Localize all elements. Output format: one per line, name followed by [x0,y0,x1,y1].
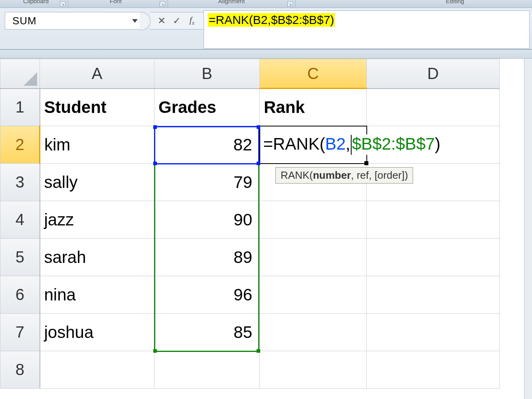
cell-c2-editing[interactable]: =RANK(B2,$B$2:$B$7) [260,126,367,164]
formula-bar-buttons: ✕ ✓ fx [150,12,204,30]
cell-a7[interactable]: joshua [40,314,154,351]
select-all-corner[interactable] [0,59,40,89]
cell-c4[interactable] [260,201,367,239]
cell-a8[interactable] [40,351,154,389]
cell-b1[interactable]: Grades [154,89,260,126]
cancel-formula-button[interactable]: ✕ [154,15,169,26]
cell-b5[interactable]: 89 [154,239,260,276]
cell-d1[interactable] [367,89,500,126]
chevron-down-icon[interactable] [132,19,138,23]
cell-a6[interactable]: nina [40,276,154,314]
row-header-7[interactable]: 7 [0,314,40,351]
cell-a5[interactable]: sarah [40,239,154,276]
row-header-8[interactable]: 8 [0,351,40,389]
vertical-scrollbar[interactable] [524,59,532,399]
cell-b7[interactable]: 85 [154,314,260,351]
cell-b8[interactable] [154,351,260,389]
cell-c5[interactable] [260,239,367,276]
row-header-1[interactable]: 1 [0,89,40,126]
name-box[interactable]: SUM [5,12,140,30]
cell-b3[interactable]: 79 [154,164,260,201]
formula-bar-text: =RANK(B2,$B$2:$B$7) [208,13,335,27]
dialog-launcher-icon[interactable]: ↘ [287,1,293,7]
cell-b6[interactable]: 96 [154,276,260,314]
column-header-c[interactable]: C [260,59,367,89]
text-cursor [351,135,352,155]
cell-c1[interactable]: Rank [260,89,367,126]
function-tooltip: RANK(number, ref, [order]) [275,167,413,184]
cell-b4[interactable]: 90 [154,201,260,239]
cell-b2[interactable]: 82 [154,126,260,164]
name-box-value: SUM [12,15,37,27]
ribbon-group-editing: Editing [435,0,475,4]
cell-a4[interactable]: jazz [40,201,154,239]
cell-a1[interactable]: Student [40,89,154,126]
cell-a2[interactable]: kim [40,126,154,164]
ribbon-group-font: Font [100,0,132,4]
enter-formula-button[interactable]: ✓ [169,15,184,26]
cell-d4[interactable] [367,201,500,239]
formula-bar-row: SUM ✕ ✓ fx =RANK(B2,$B$2:$B$7) [0,8,532,50]
row-header-6[interactable]: 6 [0,276,40,314]
namebox-separator [140,12,150,30]
row-header-5[interactable]: 5 [0,239,40,276]
formula-bar-input[interactable]: =RANK(B2,$B$2:$B$7) [204,10,530,49]
dialog-launcher-icon[interactable]: ↘ [160,1,165,7]
ribbon-group-alignment: Alignment [204,0,259,4]
cell-d6[interactable] [367,276,500,314]
column-header-a[interactable]: A [40,59,154,89]
column-header-d[interactable]: D [367,59,500,89]
cell-d5[interactable] [367,239,500,276]
cell-c8[interactable] [260,351,367,389]
dialog-launcher-icon[interactable]: ↘ [60,1,65,7]
cell-d7[interactable] [367,314,500,351]
row-header-4[interactable]: 4 [0,201,40,239]
fill-handle[interactable] [364,161,368,165]
spreadsheet-grid[interactable]: A B C D 1 Student Grades Rank 2 kim 82 =… [0,59,532,389]
in-cell-formula: =RANK(B2,$B$2:$B$7) [263,134,443,155]
ribbon-group-labels: Clipboard ↘ Font ↘ Alignment ↘ Editing [0,0,532,8]
cell-c6[interactable] [260,276,367,314]
column-header-b[interactable]: B [154,59,260,89]
ribbon-group-clipboard: Clipboard [12,0,60,4]
cell-c7[interactable] [260,314,367,351]
cell-a3[interactable]: sally [40,164,154,201]
row-header-2[interactable]: 2 [0,126,40,164]
separator-strip [0,50,532,59]
cell-d8[interactable] [367,351,500,389]
row-header-3[interactable]: 3 [0,164,40,201]
fx-button[interactable]: fx [184,15,200,26]
